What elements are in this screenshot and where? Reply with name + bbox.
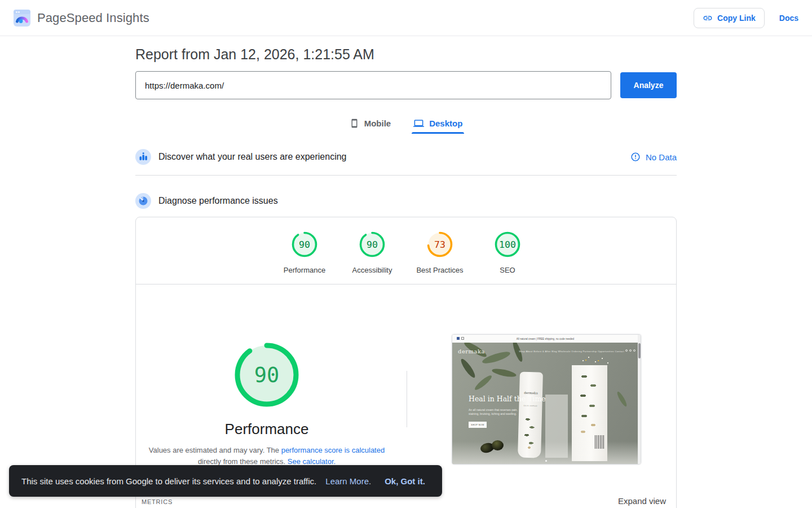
category-score-value: 90 [359,231,386,258]
pagespeed-logo-icon [14,10,30,27]
thumbnail-site-nav: Shop About Before & After Blog Wholesale… [519,350,624,353]
performance-score-value: 90 [234,342,299,408]
cookie-ok-button[interactable]: Ok, Got it. [385,476,425,486]
performance-score-gauge[interactable]: 90 [234,342,299,408]
thumbnail-subtext: An all natural cream that reverses pain,… [469,408,523,416]
performance-description: Values are estimated and may vary. The p… [148,445,385,467]
pagespeed-insights-page: PageSpeed Insights Copy Link Docs Report… [0,0,812,508]
card-divider [136,284,676,284]
thumbnail-product-box [572,365,607,461]
cookie-message: This site uses cookies from Google to de… [21,476,316,486]
discover-section-title: Discover what your real users are experi… [158,152,346,162]
no-data-status[interactable]: No Data [630,152,677,162]
category-score-label: SEO [480,266,535,274]
smartphone-icon [350,119,359,128]
diagnose-section-title: Diagnose performance issues [158,196,278,206]
thumbnail-hero: dermaka SKIN CREAM dermaka Shop About Be… [452,343,638,464]
thumbnail-barcode [595,435,604,449]
report-title: Report from Jan 12, 2026, 1:21:55 AM [135,46,374,63]
copy-link-button[interactable]: Copy Link [694,8,765,28]
category-score-value: 100 [494,231,521,258]
expand-view-button[interactable]: Expand view [618,496,666,506]
discover-section-row: Discover what your real users are experi… [135,148,677,166]
page-screenshot-thumbnail[interactable]: dermaka SKIN CREAM dermaka Shop About Be… [452,334,641,465]
copy-link-label: Copy Link [717,14,756,23]
lighthouse-report-card: 90 Performance 90 Accessibility 73 Best … [135,217,677,508]
device-tabs: Mobile Desktop [0,113,812,134]
vertical-divider [407,371,407,427]
category-score-strip: 90 Performance 90 Accessibility 73 Best … [136,231,676,274]
thumbnail-olive [492,440,504,450]
category-score-value: 73 [426,231,453,258]
metrics-label: METRICS [142,498,173,505]
see-calculator-link[interactable]: See calculator. [288,457,336,466]
category-score[interactable]: 73 Best Practices [413,231,467,274]
thumbnail-site-logo: dermaka [458,348,485,354]
thumbnail-headline: Heal in Half the Time [469,395,559,403]
app-header: PageSpeed Insights Copy Link Docs [0,0,812,36]
category-score-label: Best Practices [413,266,467,274]
url-input[interactable] [135,71,611,99]
tab-mobile-label: Mobile [364,119,391,128]
thumbnail-shop-now-button: SHOP NOW [469,422,487,428]
thumbnail-tube-subtitle: SKIN CREAM [519,404,542,407]
thumbnail-carousel-dot [545,460,547,462]
no-data-label: No Data [646,152,677,162]
category-score-value: 90 [291,231,318,258]
category-score[interactable]: 90 Accessibility [345,231,399,274]
link-icon [703,13,713,23]
learn-more-link[interactable]: Learn More. [325,476,371,486]
analyze-button[interactable]: Analyze [620,72,677,98]
thumbnail-announcement-text: All natural cream | FREE shipping, no co… [516,337,573,340]
real-users-icon [135,149,151,165]
diagnose-section-row: Diagnose performance issues [135,192,677,210]
cookie-consent-banner: This site uses cookies from Google to de… [9,465,442,497]
laptop-icon [413,118,424,129]
docs-link[interactable]: Docs [779,14,798,23]
thumbnail-scrollbar [638,335,641,464]
category-score[interactable]: 100 SEO [480,231,535,274]
app-title: PageSpeed Insights [37,11,149,25]
thumbnail-social-icons [457,337,464,340]
tab-desktop-label: Desktop [429,119,462,128]
thumbnail-announcement-bar: All natural cream | FREE shipping, no co… [452,335,638,343]
diagnose-gauge-icon [135,193,151,209]
tab-mobile[interactable]: Mobile [348,113,393,134]
category-score[interactable]: 90 Performance [277,231,332,274]
desc-text-1: Values are estimated and may vary. The [149,446,281,454]
section-divider [135,175,677,176]
desc-text-2: directly from these metrics. [198,457,288,466]
category-score-label: Accessibility [345,266,399,274]
category-score-label: Performance [277,266,332,274]
tab-desktop[interactable]: Desktop [412,113,464,134]
score-calc-link[interactable]: performance score is calculated [281,446,385,454]
performance-section-title: Performance [136,421,398,438]
thumbnail-nav-icons [625,349,636,352]
info-alert-icon [630,152,641,162]
